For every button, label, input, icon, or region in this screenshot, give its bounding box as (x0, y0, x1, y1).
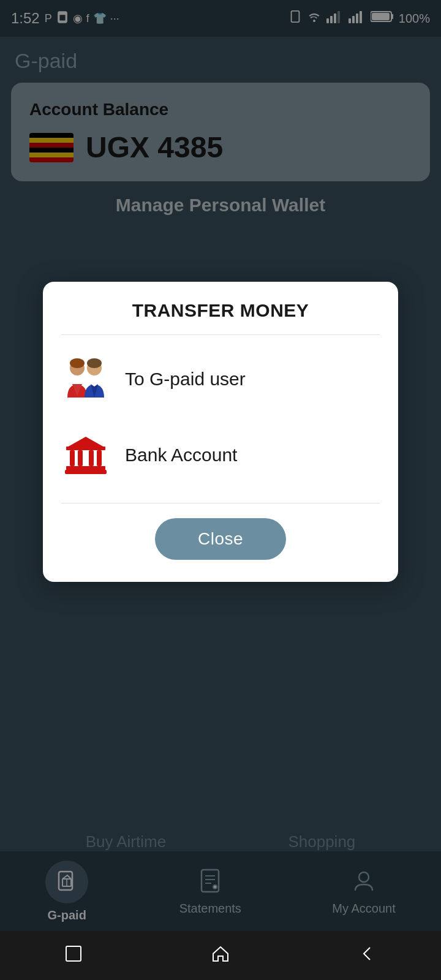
transfer-money-modal: TRANSFER MONEY (43, 282, 398, 582)
bank-icon (61, 431, 110, 480)
transfer-to-bank-option[interactable]: Bank Account (61, 417, 380, 493)
svg-rect-21 (78, 450, 83, 466)
gpaid-user-icon (61, 355, 110, 404)
svg-rect-19 (66, 447, 105, 450)
bank-option-label: Bank Account (125, 445, 237, 466)
svg-point-17 (87, 358, 102, 368)
svg-rect-20 (70, 450, 75, 466)
svg-rect-24 (66, 466, 105, 470)
svg-marker-18 (66, 437, 105, 448)
svg-rect-22 (89, 450, 94, 466)
svg-point-15 (70, 358, 85, 368)
svg-rect-25 (65, 470, 107, 474)
modal-title: TRANSFER MONEY (61, 300, 380, 335)
back-button[interactable] (358, 944, 377, 968)
transfer-to-gpaid-option[interactable]: To G-paid user (61, 341, 380, 417)
modal-divider (61, 503, 380, 503)
close-button[interactable]: Close (155, 518, 286, 560)
recents-button[interactable] (64, 944, 83, 968)
svg-rect-23 (97, 450, 102, 466)
gpaid-user-option-label: To G-paid user (125, 369, 246, 390)
modal-options: To G-paid user (43, 335, 398, 499)
android-bottom-bar (0, 931, 441, 980)
home-button[interactable] (211, 944, 230, 968)
svg-rect-37 (66, 946, 81, 961)
